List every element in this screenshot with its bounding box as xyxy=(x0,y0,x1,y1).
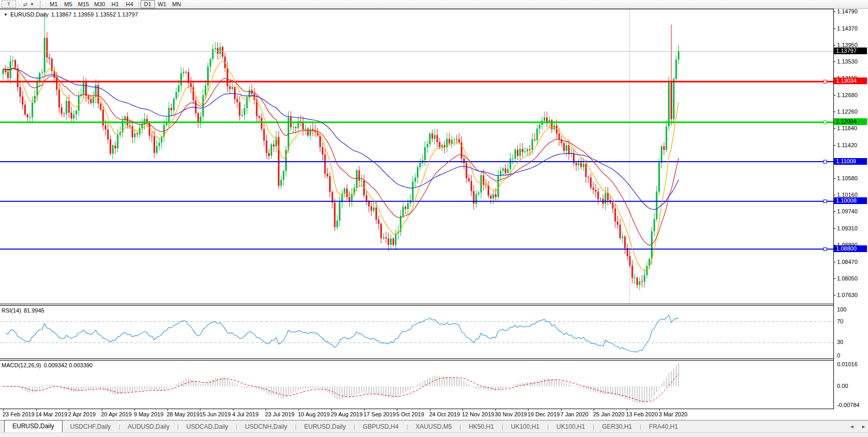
candle-body xyxy=(309,129,311,135)
timeframe-button-h1[interactable]: H1 xyxy=(108,0,122,8)
collapse-chart-icon[interactable]: ▼ xyxy=(4,12,8,17)
scroll-tabs-left-icon[interactable]: ◄ xyxy=(849,424,854,429)
candle-body xyxy=(395,233,396,245)
timeframe-button-m15[interactable]: M15 xyxy=(75,0,91,8)
chart-tab-uk100-h1[interactable]: UK100,H1 xyxy=(549,420,593,432)
chart-tab-eurusd-daily[interactable]: EURUSD,Daily xyxy=(4,420,63,432)
date-label[interactable]: 19 Dec 2019 xyxy=(528,411,560,417)
date-label[interactable]: 2 Apr 2019 xyxy=(68,411,96,417)
rsi-value: 81.9945 xyxy=(24,307,44,314)
date-label[interactable]: 25 Jan 2020 xyxy=(593,411,625,417)
price-line-handle[interactable] xyxy=(824,80,827,83)
chart-tab-eurusd-daily[interactable]: EURUSD,Daily xyxy=(297,420,354,432)
date-label[interactable]: 20 Apr 2019 xyxy=(101,411,132,417)
chart-tab-usdcnh-daily[interactable]: USDCNH,Daily xyxy=(237,420,295,432)
macd-chart[interactable] xyxy=(0,361,833,409)
candle-body xyxy=(134,133,135,137)
date-label[interactable]: 24 Oct 2019 xyxy=(429,411,460,417)
date-label[interactable]: 5 Oct 2019 xyxy=(396,411,424,417)
date-label[interactable]: 12 Nov 2019 xyxy=(462,411,494,417)
price-line-handle[interactable] xyxy=(824,200,827,203)
macd-indicator-pane[interactable]: MACD(12,26,9) 0.009342 0.003390 xyxy=(0,360,833,409)
chart-tab-hk50-h1[interactable]: HK50,H1 xyxy=(461,420,502,432)
date-label[interactable]: 23 Jul 2019 xyxy=(265,411,295,417)
horizontal-price-lines[interactable] xyxy=(0,51,833,251)
rsi-chart[interactable] xyxy=(0,306,833,358)
candle-body xyxy=(349,197,350,201)
chart-tab-usdcad-daily[interactable]: USDCAD,Daily xyxy=(179,420,236,432)
price-line-handle[interactable] xyxy=(824,121,827,124)
rsi-indicator-pane[interactable]: RSI(14) 81.9945 xyxy=(0,305,833,359)
candle-body xyxy=(388,239,389,245)
chart-toolbar: T ⇄ ▼ M1M5M15M30H1H4D1W1MN xyxy=(0,0,868,9)
date-label[interactable]: 30 Nov 2019 xyxy=(495,411,527,417)
toolbar-grip[interactable] xyxy=(40,1,43,8)
price-badge-1.10008: 1.10008 xyxy=(834,197,867,204)
candle-body xyxy=(495,194,497,197)
candle-body xyxy=(220,47,221,54)
price-tick-label: 1.11420 xyxy=(837,142,857,148)
chart-tab-uk100-h1[interactable]: UK100,H1 xyxy=(503,420,547,432)
candle-body xyxy=(334,202,335,227)
chart-tab-audusd-daily[interactable]: AUDUSD,Daily xyxy=(120,420,177,432)
candle-body xyxy=(437,135,438,142)
price-chart-pane[interactable] xyxy=(0,9,833,304)
chart-tab-ger30-h1[interactable]: GER30,H1 xyxy=(594,420,640,432)
date-label[interactable]: 23 Feb 2019 xyxy=(3,411,35,417)
date-tick-mark xyxy=(233,409,234,411)
candle-body xyxy=(509,159,511,169)
candle-body xyxy=(468,178,470,181)
candle-body xyxy=(185,72,187,72)
price-tick-mark xyxy=(833,128,835,129)
candle-body xyxy=(56,78,57,90)
timeframe-button-m30[interactable]: M30 xyxy=(91,0,107,8)
date-label[interactable]: 13 Feb 2020 xyxy=(626,411,658,417)
timeframe-button-m5[interactable]: M5 xyxy=(61,0,75,8)
price-tick-label: 1.09740 xyxy=(837,208,858,214)
date-label[interactable]: 7 Jan 2020 xyxy=(561,411,588,417)
candle-body xyxy=(383,237,384,238)
price-line-handle[interactable] xyxy=(824,160,827,163)
candle-body xyxy=(319,135,321,147)
candlestick-chart[interactable] xyxy=(0,9,833,304)
date-label[interactable]: 10 Aug 2019 xyxy=(298,411,330,417)
candle-body xyxy=(417,167,419,178)
candle-body xyxy=(405,207,406,209)
candle-body xyxy=(505,168,506,173)
candle-body xyxy=(7,72,9,78)
candles-group xyxy=(3,13,679,290)
candle-body xyxy=(105,126,106,130)
text-label-tool-button[interactable]: T xyxy=(2,1,16,8)
candle-body xyxy=(617,222,618,225)
timeframe-button-m1[interactable]: M1 xyxy=(47,0,61,8)
timeframe-button-h4[interactable]: H4 xyxy=(122,0,137,8)
date-label[interactable]: 9 May 2019 xyxy=(134,411,163,417)
chart-tab-xauusd-m5[interactable]: XAUUSD,M5 xyxy=(408,420,459,432)
timeframe-button-mn[interactable]: MN xyxy=(169,0,184,8)
date-axis[interactable]: 23 Feb 201914 Mar 20192 Apr 201920 Apr 2… xyxy=(0,409,833,420)
chevron-down-icon[interactable]: ▼ xyxy=(30,2,34,7)
timeframe-button-d1[interactable]: D1 xyxy=(141,0,155,8)
candle-body xyxy=(644,275,645,282)
chart-tab-fra40-h1[interactable]: FRA40,H1 xyxy=(641,420,686,432)
price-line-handle[interactable] xyxy=(824,247,827,251)
candle-body xyxy=(385,237,387,238)
candle-body xyxy=(39,73,40,81)
date-label[interactable]: 28 May 2019 xyxy=(167,411,200,417)
timeframe-button-w1[interactable]: W1 xyxy=(155,0,169,8)
date-label[interactable]: 4 Jul 2019 xyxy=(233,411,259,417)
date-label[interactable]: 17 Sep 2019 xyxy=(364,411,396,417)
date-label[interactable]: 15 Jun 2019 xyxy=(199,411,231,417)
candle-body xyxy=(678,51,679,59)
candle-body xyxy=(600,199,601,199)
scroll-tabs-right-icon[interactable]: ► xyxy=(861,424,866,429)
date-label[interactable]: 29 Aug 2019 xyxy=(331,411,363,417)
candle-body xyxy=(195,100,196,113)
arrange-charts-button[interactable]: ⇄ ▼ xyxy=(19,0,37,8)
candle-body xyxy=(517,150,518,156)
date-label[interactable]: 14 Mar 2019 xyxy=(36,411,68,417)
date-label[interactable]: 3 Mar 2020 xyxy=(659,411,688,417)
chart-tab-usdchf-daily[interactable]: USDCHF,Daily xyxy=(63,420,119,432)
candle-body xyxy=(498,176,499,197)
chart-tab-gbpusd-h4[interactable]: GBPUSD,H4 xyxy=(355,420,406,432)
